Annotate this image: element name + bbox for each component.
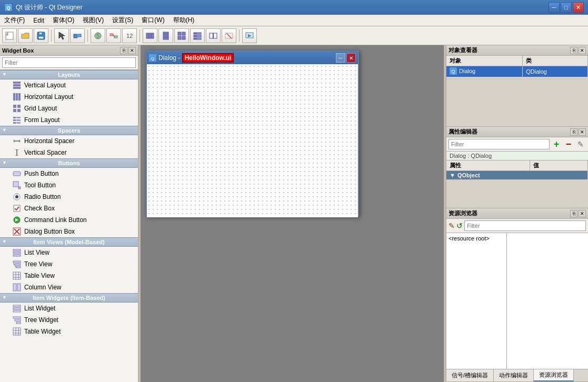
svg-text:S: S — [96, 33, 100, 39]
category-layouts[interactable]: Layouts — [0, 70, 138, 79]
widget-tool-button[interactable]: Tool Button — [0, 179, 138, 191]
center-canvas[interactable]: Q Dialog - HelloWindow.ui ─ ✕ — [141, 45, 444, 382]
table-row[interactable]: ▼QObject — [446, 171, 588, 180]
svg-rect-27 — [194, 35, 196, 37]
svg-rect-18 — [163, 32, 168, 34]
save-button[interactable] — [34, 28, 48, 43]
property-remove-button[interactable]: − — [563, 139, 574, 149]
new-button[interactable] — [2, 28, 17, 43]
widget-box-close-button[interactable]: ✕ — [128, 47, 136, 54]
resource-refresh-icon[interactable]: ↺ — [456, 222, 463, 230]
menu-window[interactable]: 窗口(W) — [137, 15, 168, 26]
resource-edit-icon[interactable]: ✎ — [449, 222, 455, 230]
svg-rect-43 — [13, 105, 16, 108]
dialog-close-button[interactable]: ✕ — [346, 53, 356, 63]
widget-tree-widget[interactable]: Tree Widget — [0, 314, 138, 326]
menu-view[interactable]: 视图(V) — [78, 15, 108, 26]
svg-rect-80 — [13, 272, 21, 279]
category-buttons[interactable]: Buttons — [0, 158, 138, 168]
tab-signals-slots-label: 信号/槽编辑器 — [452, 371, 488, 379]
resource-browser-close-button[interactable]: ✕ — [579, 210, 586, 217]
pointer-button[interactable] — [54, 28, 69, 43]
widget-tree-view[interactable]: Tree View — [0, 258, 138, 270]
widget-radio-button[interactable]: Radio Button — [0, 191, 138, 203]
table-widget-icon — [13, 327, 21, 336]
menu-settings[interactable]: 设置(S) — [108, 15, 137, 26]
category-item-widgets[interactable]: Item Widgets (Item-Based) — [0, 293, 138, 303]
widget-column-view[interactable]: Column View — [0, 282, 138, 293]
resource-filter-input[interactable] — [464, 220, 586, 231]
dialog-window[interactable]: Q Dialog - HelloWindow.ui ─ ✕ — [146, 51, 359, 216]
svg-rect-93 — [13, 328, 21, 335]
tab-action-editor[interactable]: 动作编辑器 — [494, 369, 534, 381]
svg-rect-40 — [13, 93, 15, 100]
layout-v-button[interactable] — [158, 28, 173, 43]
widget-box: Widget Box ⎘ ✕ Layouts Vertical Layout — [0, 45, 138, 382]
close-button[interactable]: ✕ — [573, 2, 584, 13]
toolbar-sep-3 — [139, 29, 140, 42]
taborder-button[interactable]: 12 — [122, 28, 137, 43]
property-edit-button[interactable]: ✎ — [575, 139, 586, 149]
layout-form-button[interactable] — [190, 28, 205, 43]
category-item-views[interactable]: Item Views (Model-Based) — [0, 237, 138, 247]
widget-list-view[interactable]: List View — [0, 247, 138, 258]
widget-horizontal-spacer[interactable]: Horizontal Spacer — [0, 135, 138, 147]
svg-marker-58 — [15, 154, 18, 156]
edit-signals-button[interactable]: S — [91, 28, 105, 43]
dialog-minimize-button[interactable]: ─ — [336, 53, 345, 63]
widget-table-widget[interactable]: Table Widget — [0, 326, 138, 337]
tab-action-editor-label: 动作编辑器 — [499, 371, 528, 379]
layout-h-button[interactable] — [143, 28, 157, 43]
dialog-content[interactable] — [147, 64, 358, 217]
widget-vertical-layout[interactable]: Vertical Layout — [0, 79, 138, 91]
category-spacers[interactable]: Spacers — [0, 126, 138, 135]
widget-box-float-button[interactable]: ⎘ — [120, 47, 127, 54]
widget-form-layout-label: Form Layout — [24, 116, 59, 124]
resource-browser-float-button[interactable]: ⎘ — [570, 210, 577, 217]
resource-filter-row: ✎ ↺ — [446, 219, 588, 233]
layout-splitter-button[interactable] — [206, 28, 221, 43]
title-bar: Q Qt 设计师 - Qt Designer ─ □ ✕ — [0, 0, 588, 15]
layout-grid-button[interactable] — [174, 28, 189, 43]
menu-form[interactable]: 窗体(O) — [48, 15, 78, 26]
tree-widget-icon — [13, 316, 21, 324]
menu-file[interactable]: 文件(F) — [0, 15, 29, 26]
widget-table-view[interactable]: Table View — [0, 270, 138, 282]
widget-grid-layout[interactable]: Grid Layout — [0, 103, 138, 114]
menu-edit[interactable]: Edit — [29, 16, 48, 25]
widget-button[interactable] — [70, 28, 85, 43]
layout-break-button[interactable] — [222, 28, 236, 43]
widget-list-widget[interactable]: List Widget — [0, 303, 138, 314]
property-filter-input[interactable] — [449, 139, 550, 149]
widget-command-link-button[interactable]: Command Link Button — [0, 214, 138, 226]
svg-rect-92 — [16, 322, 21, 324]
tab-signals-slots[interactable]: 信号/槽编辑器 — [446, 369, 494, 381]
svg-rect-64 — [14, 205, 20, 212]
widget-dialog-button-box[interactable]: Dialog Button Box — [0, 226, 138, 237]
filename-highlight: HelloWindow.ui — [182, 53, 234, 63]
property-editor-close-button[interactable]: ✕ — [579, 128, 586, 136]
maximize-button[interactable]: □ — [561, 2, 572, 13]
minimize-button[interactable]: ─ — [549, 2, 560, 13]
resource-tree[interactable]: <resource root> — [446, 233, 507, 369]
menu-help[interactable]: 帮助(H) — [169, 15, 199, 26]
svg-rect-24 — [182, 36, 185, 39]
widget-horizontal-layout[interactable]: Horizontal Layout — [0, 91, 138, 103]
object-inspector-float-button[interactable]: ⎘ — [570, 47, 577, 54]
widget-push-button[interactable]: Push Button — [0, 168, 138, 179]
widget-check-box[interactable]: Check Box — [0, 203, 138, 214]
widget-filter-input[interactable] — [2, 57, 136, 68]
open-button[interactable] — [18, 28, 33, 43]
widget-list-view-label: List View — [24, 249, 49, 256]
table-row[interactable]: Q Dialog QDialog — [446, 66, 588, 77]
tab-resource-browser[interactable]: 资源浏览器 — [534, 369, 574, 381]
buddy-button[interactable] — [106, 28, 121, 43]
property-editor-float-button[interactable]: ⎘ — [570, 128, 577, 136]
preview-button[interactable] — [242, 28, 257, 43]
object-inspector-close-button[interactable]: ✕ — [579, 47, 586, 54]
widget-form-layout[interactable]: Form Layout — [0, 114, 138, 126]
resource-files[interactable] — [507, 233, 588, 369]
property-add-button[interactable]: + — [551, 139, 562, 149]
widget-vertical-spacer[interactable]: Vertical Spacer — [0, 147, 138, 158]
widget-radio-button-label: Radio Button — [24, 193, 61, 200]
